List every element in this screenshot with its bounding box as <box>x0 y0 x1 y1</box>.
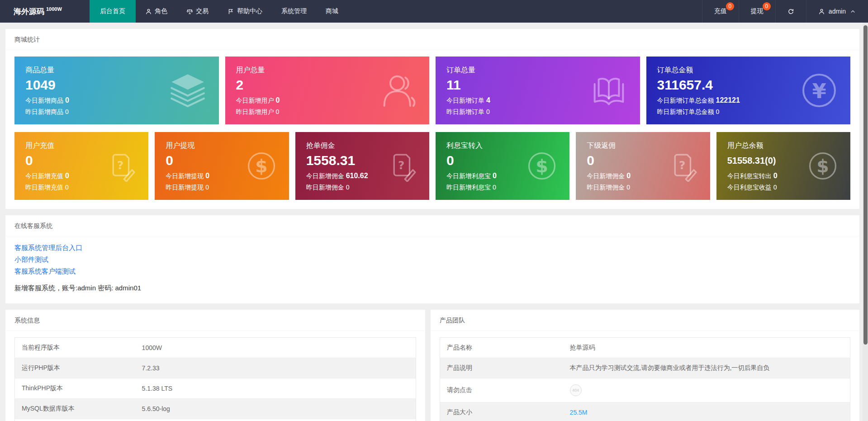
stat-line-label: 今日利息宝收益 <box>727 184 772 191</box>
table-row: ThinkPHP版本 5.1.38 LTS <box>15 378 416 399</box>
stat-line-value: 0 <box>626 172 631 180</box>
layers-icon <box>168 71 207 110</box>
recharge-badge: 0 <box>726 2 734 10</box>
nav-item-label: 商城 <box>326 7 338 15</box>
stat-title: 抢单佣金 <box>306 141 418 151</box>
app-logo-version: 1000W <box>46 6 62 12</box>
stat-line-value: 0 <box>773 184 777 191</box>
nav-item-help-center[interactable]: 帮助中心 <box>218 0 272 23</box>
table-row: 服务器操作系统 Linux <box>15 419 416 421</box>
system-info-table: 当前程序版本 1000W 运行PHP版本 7.2.33 ThinkPHP版本 5… <box>14 337 416 421</box>
system-info-panel: 系统信息 当前程序版本 1000W 运行PHP版本 7.2.33 ThinkPH… <box>5 310 425 421</box>
main-content: 商城统计 商品总量 1049 今日新增商品0 昨日新增商品0 用户总量 2 今日… <box>0 29 863 421</box>
yen-icon: ¥ <box>800 71 839 110</box>
dollar-icon: $ <box>526 150 558 182</box>
table-row: 运行PHP版本 7.2.33 <box>15 358 416 378</box>
row-value: 7.2.33 <box>135 358 416 378</box>
scrollbar-track[interactable] <box>863 23 868 421</box>
nav-item-label: 系统管理 <box>281 7 307 15</box>
stat-card-user-recharge: 用户充值 0 今日新增充值0 昨日新增充值0 ? <box>14 132 148 200</box>
stat-line-label: 昨日新增商品 <box>25 108 63 115</box>
stat-title: 用户充值 <box>25 141 138 151</box>
stat-title: 用户总余额 <box>727 141 840 151</box>
stat-line-label: 昨日新增用户 <box>236 108 274 115</box>
service-admin-entry-link[interactable]: 客服系统管理后台入口 <box>14 242 850 254</box>
table-row: MySQL数据库版本 5.6.50-log <box>15 399 416 419</box>
stat-card-orders: 订单总量 11 今日新增订单4 昨日新增订单0 <box>436 57 640 124</box>
stat-line-label: 昨日新增充值 <box>25 184 63 191</box>
nav-item-label: 角色 <box>155 7 167 15</box>
row-label: 服务器操作系统 <box>15 419 135 421</box>
table-row: 产品说明 本产品只为学习测试交流,请勿要做商业或者用于违法行为,一切后果自负 <box>440 358 850 378</box>
stat-line-value: 0 <box>65 172 69 180</box>
user-menu[interactable]: admin <box>806 0 868 23</box>
row-label: 运行PHP版本 <box>15 358 135 378</box>
navbar-right: 充值 0 提现 0 admin <box>702 0 868 23</box>
nav-item-label: 后台首页 <box>100 7 125 15</box>
doc-question-icon: ? <box>386 150 417 182</box>
user-avatar-icon <box>818 8 825 15</box>
product-team-panel: 产品团队 产品名称 抢单源码 产品说明 本产品只为学习测试交流,请勿要做商业或者… <box>431 310 859 421</box>
nav-item-system-manage[interactable]: 系统管理 <box>272 0 316 23</box>
table-row: 请勿点击 404 <box>440 378 850 402</box>
book-icon <box>589 71 628 110</box>
stat-line-label: 今日新增商品 <box>25 97 63 104</box>
row-value: Linux <box>135 419 416 421</box>
stat-line-value: 0 <box>65 184 69 191</box>
stat-card-interest-in: 利息宝转入 0 今日新增利息宝0 昨日新增利息宝0 $ <box>436 132 569 200</box>
chevron-up-icon <box>849 8 856 15</box>
row-label: 产品说明 <box>440 358 563 378</box>
nav-item-dashboard[interactable]: 后台首页 <box>90 0 136 23</box>
stat-line-label: 昨日新增提现 <box>166 184 204 191</box>
recharge-label: 充值 <box>714 7 727 15</box>
stat-card-users: 用户总量 2 今日新增用户0 昨日新增用户0 <box>225 57 430 124</box>
table-row: 产品名称 抢单源码 <box>440 338 850 358</box>
stat-line-label: 今日新增提现 <box>166 172 204 180</box>
stat-line-label: 今日新增佣金 <box>587 172 625 180</box>
stat-line-value: 0 <box>276 108 280 115</box>
row-value: 1000W <box>135 338 416 358</box>
product-team-table: 产品名称 抢单源码 产品说明 本产品只为学习测试交流,请勿要做商业或者用于违法行… <box>440 337 850 421</box>
stat-line-label: 今日新增充值 <box>25 172 63 180</box>
product-size-link[interactable]: 25.5M <box>570 409 588 416</box>
service-client-test-link[interactable]: 客服系统客户端测试 <box>14 265 850 277</box>
row-label: 产品名称 <box>440 338 563 358</box>
withdraw-button[interactable]: 提现 0 <box>739 0 775 23</box>
user-name: admin <box>829 8 846 15</box>
nav-item-label: 交易 <box>196 7 209 15</box>
stat-line-value: 122121 <box>716 96 740 104</box>
app-logo: 海外源码 1000W <box>0 0 90 23</box>
nav-item-roles[interactable]: 角色 <box>136 0 177 23</box>
product-team-title: 产品团队 <box>431 310 859 331</box>
scales-icon <box>186 8 193 15</box>
svg-text:¥: ¥ <box>812 79 826 103</box>
refresh-button[interactable] <box>775 0 806 23</box>
stat-card-products: 商品总量 1049 今日新增商品0 昨日新增商品0 <box>14 57 219 124</box>
widget-test-link[interactable]: 小部件测试 <box>14 254 850 265</box>
nav-item-mall[interactable]: 商城 <box>316 0 348 23</box>
doc-question-icon: ? <box>667 150 698 182</box>
stat-title: 用户提现 <box>166 141 278 151</box>
recharge-button[interactable]: 充值 0 <box>702 0 739 23</box>
stat-line-label: 昨日新增利息宝 <box>446 184 491 191</box>
svg-text:$: $ <box>536 156 548 176</box>
row-label: 当前程序版本 <box>15 338 135 358</box>
stat-card-order-commission: 抢单佣金 1558.31 今日新增佣金610.62 昨日新增佣金0 ? <box>295 132 429 200</box>
stat-title: 下级返佣 <box>587 141 699 151</box>
stat-line-value: 0 <box>486 108 490 115</box>
stat-line-label: 今日新增订单总金额 <box>657 97 714 104</box>
flag-icon <box>228 8 234 15</box>
stat-title: 利息宝转入 <box>446 141 559 151</box>
row-label: ThinkPHP版本 <box>15 378 135 399</box>
stat-line-value: 0 <box>205 172 209 180</box>
broken-image-404-badge[interactable]: 404 <box>570 384 582 396</box>
stat-line-value: 0 <box>205 184 209 191</box>
nav-item-trade[interactable]: 交易 <box>177 0 218 23</box>
stat-line-label: 昨日新增订单总金额 <box>657 108 714 115</box>
nav-item-label: 帮助中心 <box>237 7 262 15</box>
svg-text:?: ? <box>679 159 685 172</box>
svg-text:$: $ <box>255 156 267 176</box>
row-value: 本产品只为学习测试交流,请勿要做商业或者用于违法行为,一切后果自负 <box>563 358 850 378</box>
scrollbar-thumb[interactable] <box>863 25 868 345</box>
stats-row-2: 用户充值 0 今日新增充值0 昨日新增充值0 ? 用户提现 0 今日新增提现0 … <box>14 132 850 200</box>
